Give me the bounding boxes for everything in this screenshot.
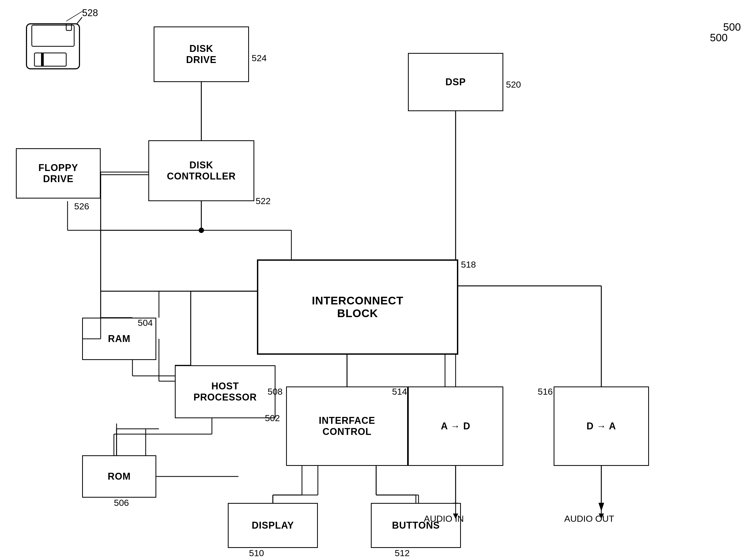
disk-drive-label: DISKDRIVE [186, 43, 216, 66]
interconnect-ref: 518 [461, 259, 476, 270]
dsp-ref: 520 [506, 79, 521, 90]
rom-ref: 506 [114, 498, 129, 508]
svg-rect-43 [41, 53, 44, 66]
diagram-container: 528 500 500 DISKDRIVE 524 FLOPPYDRIVE 52… [0, 0, 756, 558]
interface-control-block: INTERFACECONTROL [286, 386, 408, 466]
d-to-a-ref: 516 [538, 386, 553, 397]
svg-marker-32 [599, 503, 604, 511]
floppy-drive-block: FLOPPYDRIVE [16, 148, 101, 199]
interface-control-ref: 508 [268, 386, 283, 397]
disk-controller-label: DISKCONTROLLER [167, 160, 236, 182]
a-to-d-label: A → D [441, 421, 470, 432]
floppy-drive-ref: 526 [74, 201, 89, 211]
host-processor-ref: 502 [265, 413, 280, 423]
a-to-d-ref: 514 [392, 386, 407, 397]
floppy-disk-ref-label: 528 [82, 7, 98, 19]
dsp-label: DSP [445, 76, 466, 87]
disk-drive-block: DISKDRIVE [154, 26, 249, 82]
interconnect-block: INTERCONNECTBLOCK [257, 259, 458, 355]
a-to-d-block: A → D [408, 386, 503, 466]
display-label: DISPLAY [252, 520, 294, 531]
display-block: DISPLAY [228, 503, 318, 548]
rom-block: ROM [82, 455, 156, 498]
svg-line-46 [77, 17, 82, 24]
floppy-drive-label: FLOPPYDRIVE [39, 162, 78, 184]
diagram-500-label: 500 [723, 21, 741, 33]
floppy-disk-icon [21, 16, 90, 74]
audio-in-label: AUDIO IN [424, 513, 464, 524]
buttons-block: BUTTONS [371, 503, 461, 548]
diagram-ref-label: 500 [710, 32, 728, 44]
interface-control-label: INTERFACECONTROL [319, 415, 375, 437]
host-processor-label: HOSTPROCESSOR [193, 381, 257, 403]
svg-point-9 [199, 228, 204, 233]
display-ref: 510 [249, 548, 264, 558]
buttons-ref: 512 [395, 548, 410, 558]
ram-label: RAM [108, 333, 130, 345]
audio-out-label: AUDIO OUT [564, 513, 614, 524]
disk-controller-ref: 522 [255, 196, 271, 206]
svg-rect-44 [32, 25, 74, 46]
disk-drive-ref: 524 [252, 53, 267, 63]
d-to-a-block: D → A [554, 386, 649, 466]
interconnect-label: INTERCONNECTBLOCK [312, 294, 404, 320]
d-to-a-label: D → A [586, 421, 616, 432]
ram-ref: 504 [138, 318, 153, 328]
svg-rect-42 [34, 53, 66, 66]
disk-controller-block: DISKCONTROLLER [148, 140, 254, 201]
dsp-block: DSP [408, 53, 503, 111]
rom-label: ROM [108, 471, 131, 482]
host-processor-block: HOSTPROCESSOR [175, 365, 275, 418]
